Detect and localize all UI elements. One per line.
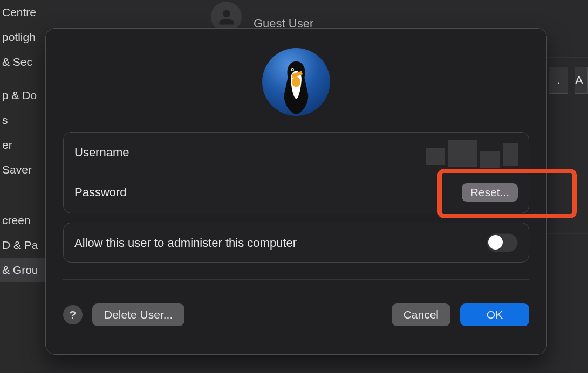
sidebar-item-security[interactable]: & Sec (0, 50, 46, 74)
admin-card: Allow this user to administer this compu… (63, 223, 529, 263)
sidebar-item-lock-screen[interactable]: creen (0, 208, 46, 233)
username-value-redacted (426, 140, 518, 165)
sidebar-item-spotlight[interactable]: potligh (0, 25, 46, 50)
sidebar-item-centre[interactable]: Centre (0, 0, 46, 25)
truncated-button[interactable]: . (549, 67, 568, 94)
user-avatar[interactable] (262, 48, 330, 116)
password-row: Password Reset... (64, 172, 529, 212)
toggle-knob (488, 235, 503, 250)
sidebar-item-screen-saver[interactable]: Saver (0, 157, 46, 182)
user-edit-sheet: Username Password Reset... Allow this us… (45, 28, 547, 355)
truncated-button-a[interactable]: A (575, 67, 588, 94)
sidebar-item-wallpaper[interactable]: er (0, 133, 46, 157)
cancel-button[interactable]: Cancel (392, 303, 450, 326)
sheet-footer: ? Delete User... Cancel OK (63, 303, 529, 326)
sidebar-item-displays[interactable]: s (0, 108, 46, 133)
username-row: Username (64, 133, 529, 172)
sidebar-item-touchid[interactable]: D & Pa (0, 233, 46, 258)
admin-row: Allow this user to administer this compu… (64, 223, 529, 263)
help-button[interactable]: ? (63, 305, 83, 324)
sidebar-item-users-groups[interactable]: & Grou (0, 258, 46, 282)
admin-toggle[interactable] (487, 233, 518, 252)
delete-user-button[interactable]: Delete User... (92, 303, 184, 326)
reset-password-button[interactable]: Reset... (462, 183, 518, 202)
guest-user-row[interactable]: Guest User (211, 0, 313, 32)
sheet-divider (63, 279, 529, 280)
admin-label: Allow this user to administer this compu… (74, 236, 297, 250)
credentials-card: Username Password Reset... (63, 132, 529, 213)
svg-point-2 (292, 69, 293, 70)
sidebar: Centre potligh & Sec p & Do s er Saver c… (0, 0, 47, 373)
ok-button[interactable]: OK (460, 303, 529, 326)
password-label: Password (74, 185, 127, 199)
sidebar-item-desktop-dock[interactable]: p & Do (0, 83, 46, 108)
username-label: Username (74, 146, 129, 160)
